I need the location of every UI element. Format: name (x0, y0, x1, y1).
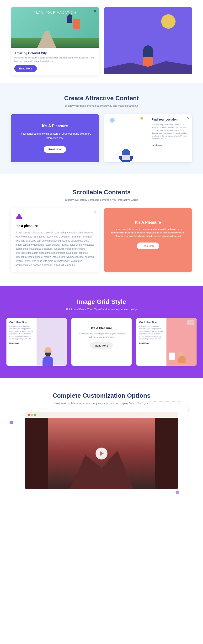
play-button[interactable] (96, 448, 108, 460)
location-card: ✕ Find Your Location We have only one ea… (104, 114, 192, 162)
card-title: It's a pleasure (16, 224, 94, 228)
section-subtitle: Pick from different 'Card Types' and enh… (5, 308, 198, 311)
card-title: It's A Pleasure (76, 326, 127, 330)
card-title: Find Your Location (152, 118, 189, 121)
attractive-content-section: Create Attractive Content Display your t… (0, 82, 203, 174)
card-text: A new concept of showing content in your… (17, 132, 93, 140)
card-title: Cool Headline (9, 321, 34, 324)
card-title: It's A Pleasure (17, 124, 93, 128)
card-text: Lorem ipsum dolor sit amet, consectetur … (111, 228, 185, 238)
read-more-button[interactable]: Read More (14, 65, 37, 72)
grid-card-left: Cool Headline A new concept of showing c… (6, 318, 67, 366)
image-grid-section: Image Grid Style Pick from different 'Ca… (0, 286, 203, 378)
read-more-link[interactable]: Read More (139, 342, 164, 344)
bearded-person-illustration (36, 318, 67, 366)
vacation-illustration: PLAN YOUR VACATION (11, 7, 99, 48)
close-icon[interactable]: ✕ (186, 116, 190, 120)
section-subtitle: Display your text content in a stylish w… (5, 104, 198, 107)
read-more-button[interactable]: Read More (137, 242, 159, 249)
card-text: A new concept of showing content in your… (139, 325, 164, 340)
video-card (25, 412, 178, 489)
browser-dot-yellow (31, 414, 33, 416)
read-more-link[interactable]: Read More (152, 144, 162, 146)
section-heading: Complete Customization Options (5, 392, 198, 399)
browser-dot-red (28, 414, 30, 416)
close-icon[interactable]: ✕ (93, 210, 97, 214)
vacation-card: ✕ PLAN YOUR VACATION Amazing Colorful Ci… (11, 7, 99, 76)
grid-card-center: It's A Pleasure A new concept of showing… (72, 318, 132, 366)
read-more-button[interactable]: Read More (44, 146, 66, 153)
browser-dot-green (34, 414, 36, 416)
card-text: A new concept of showing content in your… (76, 332, 127, 339)
customization-section: Complete Customization Options Customize… (0, 378, 203, 504)
card-text: We have only one earth to dwell, don't d… (14, 56, 96, 63)
browser-chrome (25, 412, 178, 418)
card-text: A new concept of showing content in your… (9, 325, 34, 340)
read-more-link[interactable]: Read More (9, 342, 34, 344)
scroll-text-card: ✕ It's a pleasure A new concept of showi… (11, 208, 99, 272)
close-icon[interactable]: ✕ (93, 9, 97, 13)
triangle-logo-icon (16, 213, 23, 220)
hero-cards: ✕ PLAN YOUR VACATION Amazing Colorful Ci… (0, 0, 203, 82)
grid-card-right: ✕ Cool Headline A new concept of showing… (136, 318, 196, 366)
card-text: A new concept of showing content in your… (16, 230, 94, 267)
section-heading: Scrollable Contents (5, 188, 198, 196)
laptop-person-illustration (104, 114, 148, 162)
video-thumbnail (25, 418, 178, 489)
section-heading: Create Attractive Content (5, 94, 198, 102)
overlay-text: PLAN YOUR VACATION (34, 11, 76, 14)
pleasure-card: It's A Pleasure A new concept of showing… (11, 114, 99, 162)
close-icon[interactable]: ✕ (190, 320, 195, 324)
coral-card: It's A Pleasure Lorem ipsum dolor sit am… (104, 208, 192, 272)
desk-person-illustration (166, 318, 196, 366)
section-subtitle: Display eye-catchy Scrollable content in… (5, 198, 198, 201)
travel-illustration-card (104, 7, 192, 74)
scrollable-section: Scrollable Contents Display eye-catchy S… (0, 174, 203, 286)
read-more-button[interactable]: Read More (90, 342, 113, 349)
card-title: Cool Headline (139, 321, 164, 324)
globe-icon (161, 14, 176, 29)
card-title: Amazing Colorful City (14, 51, 96, 55)
card-text: We have only one earth to dwell, don't d… (152, 123, 189, 140)
card-title: It's A Pleasure (111, 220, 185, 224)
section-heading: Image Grid Style (5, 298, 198, 306)
